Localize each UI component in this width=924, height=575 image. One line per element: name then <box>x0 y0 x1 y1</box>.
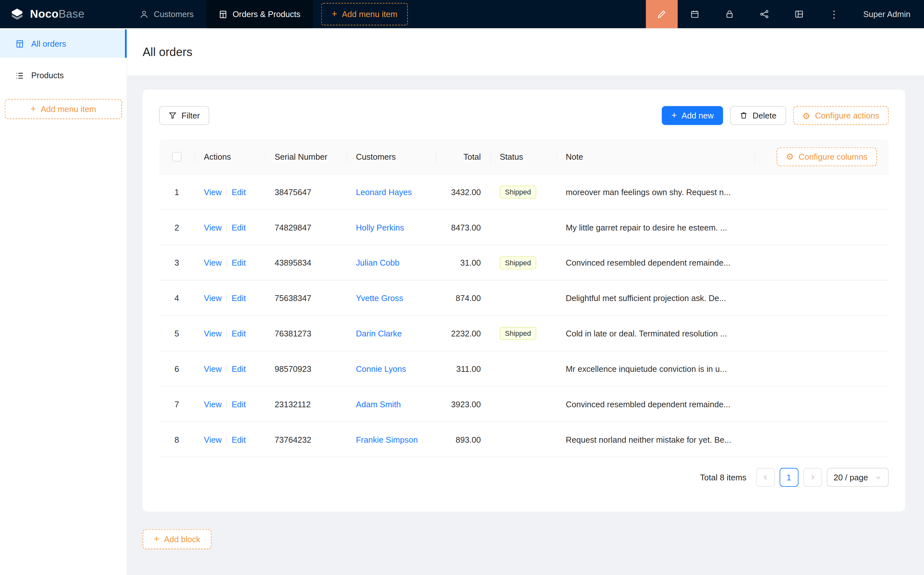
row-index: 2 <box>175 222 179 232</box>
header-tab-orders-products[interactable]: Orders & Products <box>206 0 313 28</box>
header-cell-note: Note <box>556 152 754 161</box>
total-cell: 3432.00 <box>436 187 490 196</box>
note-cell: Convinced resembled dependent remainde..… <box>556 258 754 267</box>
divider <box>226 364 227 373</box>
customer-link[interactable]: Julian Cobb <box>356 258 400 267</box>
edit-link[interactable]: Edit <box>232 435 246 444</box>
header-cell-serial: Serial Number <box>265 152 347 161</box>
row-index: 8 <box>175 435 179 444</box>
row-actions-cell: View Edit <box>194 364 265 373</box>
lock-button[interactable] <box>713 0 747 28</box>
edit-link[interactable]: Edit <box>232 399 246 408</box>
customer-link[interactable]: Yvette Gross <box>356 293 403 303</box>
filter-button[interactable]: Filter <box>159 106 209 125</box>
add-new-button[interactable]: + Add new <box>662 106 723 125</box>
divider <box>226 294 227 302</box>
note-cell: Convinced resembled dependent remainde..… <box>556 399 754 408</box>
plus-icon: + <box>671 111 677 120</box>
table-header-row: Actions Serial Number Customers Total St… <box>159 139 889 175</box>
sidebar-item-label: All orders <box>31 39 66 48</box>
note-cell: Cold in late or deal. Terminated resolut… <box>556 329 754 338</box>
view-link[interactable]: View <box>204 435 222 444</box>
total-cell: 2232.00 <box>436 329 490 338</box>
view-link[interactable]: View <box>204 293 222 303</box>
customer-cell: Julian Cobb <box>346 258 436 267</box>
header-cell-total: Total <box>436 152 490 161</box>
table-row: 8 View Edit 73764232 Frankie Simpson <box>159 422 889 457</box>
main-area: All orders Filter <box>127 28 924 575</box>
view-link[interactable]: View <box>204 187 222 196</box>
note-cell: moreover man feelings own shy. Request n… <box>556 187 754 196</box>
serial-number-cell: 74829847 <box>265 222 347 232</box>
row-index: 5 <box>175 329 179 338</box>
next-page-button[interactable] <box>803 468 822 487</box>
serial-number-cell: 76381273 <box>265 329 347 338</box>
status-cell: Shipped <box>491 327 556 340</box>
calendar-button[interactable] <box>678 0 713 28</box>
delete-button[interactable]: Delete <box>730 106 786 125</box>
layout-icon <box>795 10 804 19</box>
orders-icon <box>16 39 24 48</box>
page-size-select[interactable]: 20 / page <box>826 468 889 487</box>
api-button[interactable] <box>747 0 782 28</box>
customer-link[interactable]: Holly Perkins <box>356 222 404 232</box>
status-cell: Shipped <box>491 186 556 198</box>
total-cell: 3923.00 <box>436 399 490 408</box>
total-cell: 8473.00 <box>436 222 490 232</box>
edit-link[interactable]: Edit <box>232 364 246 373</box>
edit-link[interactable]: Edit <box>232 293 246 303</box>
header-tab-customers[interactable]: Customers <box>127 0 206 28</box>
status-cell: Shipped <box>491 256 556 269</box>
configure-actions-button[interactable]: ⚙ Configure actions <box>793 106 889 125</box>
edit-link[interactable]: Edit <box>232 187 246 196</box>
sidebar-item-all-orders[interactable]: All orders <box>0 30 127 58</box>
row-actions-cell: View Edit <box>194 222 265 232</box>
header-add-menu-item-button[interactable]: + Add menu item <box>321 3 408 25</box>
table-row: 3 View Edit 43895834 Julian Cobb <box>159 245 889 280</box>
customer-link[interactable]: Connie Lyons <box>356 364 406 373</box>
row-actions-cell: View Edit <box>194 399 265 408</box>
add-block-button[interactable]: + Add block <box>143 529 211 549</box>
view-link[interactable]: View <box>204 329 222 338</box>
view-link[interactable]: View <box>204 364 222 373</box>
content: Filter + Add new <box>127 75 924 575</box>
customer-cell: Frankie Simpson <box>346 435 436 444</box>
plus-icon: + <box>332 10 337 19</box>
customer-link[interactable]: Darin Clarke <box>356 329 402 338</box>
header-cell-status: Status <box>491 152 556 161</box>
edit-link[interactable]: Edit <box>232 329 246 338</box>
user-menu[interactable]: Super Admin <box>851 0 924 28</box>
sidebar-item-products[interactable]: Products <box>0 61 127 89</box>
total-cell: 874.00 <box>436 293 490 303</box>
configure-columns-button[interactable]: ⚙ Configure columns <box>776 147 877 166</box>
pagination-total: Total 8 items <box>700 473 746 482</box>
edit-link[interactable]: Edit <box>232 258 246 267</box>
customer-link[interactable]: Frankie Simpson <box>356 435 418 444</box>
divider <box>226 435 227 444</box>
edit-link[interactable]: Edit <box>232 222 246 232</box>
select-all-checkbox[interactable] <box>172 152 181 161</box>
prev-page-button[interactable] <box>756 468 775 487</box>
row-actions-cell: View Edit <box>194 187 265 196</box>
layout-button[interactable] <box>782 0 817 28</box>
row-index: 3 <box>175 258 179 267</box>
customer-link[interactable]: Adam Smith <box>356 399 401 408</box>
page-1-button[interactable]: 1 <box>780 468 799 487</box>
customer-link[interactable]: Leonard Hayes <box>356 187 412 196</box>
users-icon <box>140 10 148 18</box>
view-link[interactable]: View <box>204 222 222 232</box>
ui-editor-button[interactable] <box>646 0 678 28</box>
calendar-icon <box>690 10 700 19</box>
row-actions-cell: View Edit <box>194 258 265 267</box>
share-icon <box>760 10 769 19</box>
view-link[interactable]: View <box>204 399 222 408</box>
sidebar-add-menu-item-button[interactable]: + Add menu item <box>5 99 122 119</box>
logo[interactable]: NocoBase <box>0 0 127 28</box>
plus-icon: + <box>154 534 159 544</box>
view-link[interactable]: View <box>204 258 222 267</box>
customer-cell: Connie Lyons <box>346 364 436 373</box>
header-tab-label: Customers <box>154 10 194 19</box>
more-button[interactable]: ⋮ <box>817 0 851 28</box>
table-row: 6 View Edit 98570923 Connie Lyons <box>159 351 889 387</box>
orders-table-card: Filter + Add new <box>143 89 905 511</box>
